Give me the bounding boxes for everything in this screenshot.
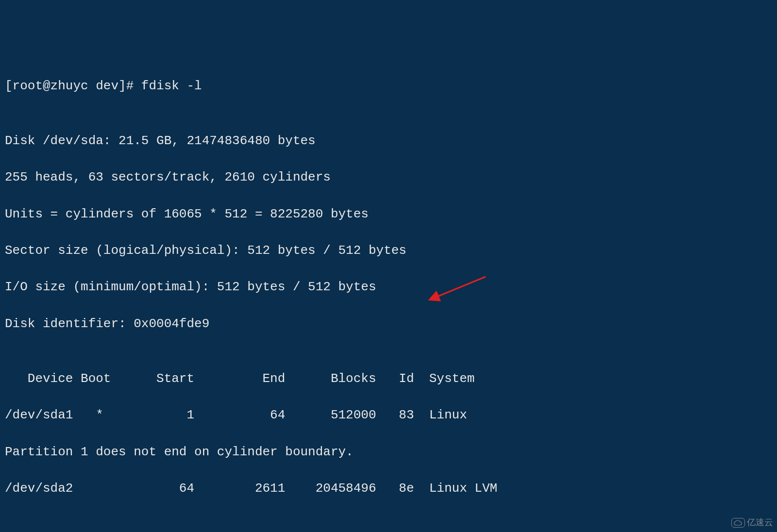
watermark: 亿速云 xyxy=(731,516,773,529)
command-prompt: [root@zhuyc dev]# fdisk -l xyxy=(5,77,772,96)
disk-sda-geometry: 255 heads, 63 sectors/track, 2610 cylind… xyxy=(5,168,772,187)
disk-sda-io-size: I/O size (minimum/optimal): 512 bytes / … xyxy=(5,278,772,297)
disk-sda-units: Units = cylinders of 16065 * 512 = 82252… xyxy=(5,205,772,224)
partition-table-header: Device Boot Start End Blocks Id System xyxy=(5,370,772,388)
watermark-text: 亿速云 xyxy=(747,516,773,529)
disk-sda-sector-size: Sector size (logical/physical): 512 byte… xyxy=(5,242,772,260)
disk-sda-header: Disk /dev/sda: 21.5 GB, 21474836480 byte… xyxy=(5,132,772,150)
disk-sda-identifier: Disk identifier: 0x0004fde9 xyxy=(5,315,772,333)
partition-row-sda1: /dev/sda1 * 1 64 512000 83 Linux xyxy=(5,406,772,425)
partition-row-sda2: /dev/sda2 64 2611 20458496 8e Linux LVM xyxy=(5,480,772,498)
partition-boundary-warning: Partition 1 does not end on cylinder bou… xyxy=(5,443,772,462)
cloud-icon xyxy=(731,518,745,528)
